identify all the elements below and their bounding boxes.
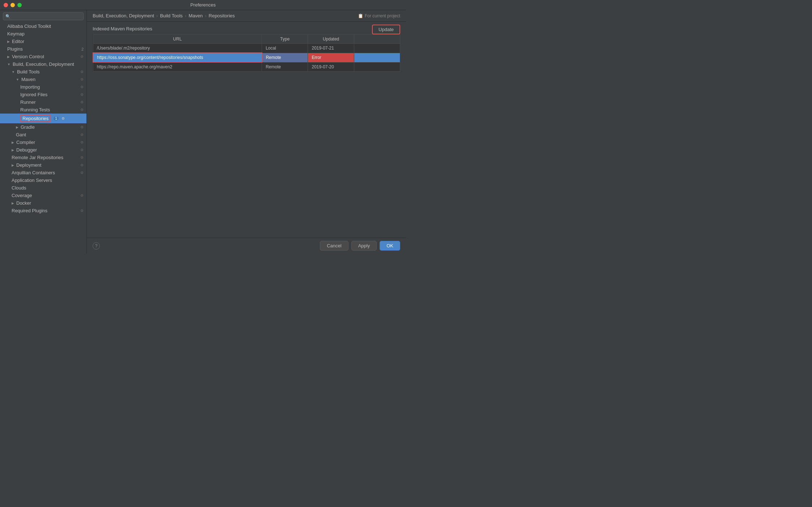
update-button[interactable]: Update	[372, 25, 400, 34]
sidebar-item-required-plugins[interactable]: Required Plugins ⚙	[0, 207, 86, 214]
sidebar-item-app-servers[interactable]: Application Servers	[0, 176, 86, 184]
gear-icon: ⚙	[80, 55, 84, 59]
gear-icon: ⚙	[80, 171, 84, 175]
repo-extra	[354, 62, 400, 72]
breadcrumb-part1: Build, Execution, Deployment	[93, 13, 154, 18]
gear-icon: ⚙	[80, 125, 84, 129]
plugins-badge: 2	[81, 47, 84, 51]
repo-type: Local	[262, 44, 308, 53]
for-current-project: 📋 For current project	[358, 13, 400, 18]
gear-icon: ⚙	[80, 163, 84, 167]
gear-icon: ⚙	[80, 93, 84, 97]
sidebar-item-maven[interactable]: ▼ Maven ⚙	[0, 76, 86, 83]
search-input[interactable]	[12, 14, 81, 19]
maximize-button[interactable]	[17, 3, 22, 7]
expand-icon: ▶	[12, 141, 14, 144]
gear-icon: ⚙	[80, 193, 84, 197]
breadcrumb-part3: Maven	[189, 13, 203, 18]
expand-icon: ▶	[7, 40, 10, 43]
repo-extra	[354, 53, 400, 62]
sidebar-item-remote-jar[interactable]: Remote Jar Repositories ⚙	[0, 154, 86, 161]
sidebar-item-build-exec-deploy[interactable]: ▼ Build, Execution, Deployment	[0, 60, 86, 68]
title-bar: Preferences	[0, 0, 406, 10]
col-extra	[354, 35, 400, 44]
window-controls[interactable]	[4, 3, 22, 7]
cancel-button[interactable]: Cancel	[320, 241, 348, 251]
table-row[interactable]: https://repo.maven.apache.org/maven2 Rem…	[93, 62, 400, 72]
sidebar-item-deployment[interactable]: ▶ Deployment ⚙	[0, 161, 86, 169]
sidebar-item-editor[interactable]: ▶ Editor	[0, 38, 86, 45]
col-updated: Updated	[308, 35, 354, 44]
sidebar-item-repositories[interactable]: Repositories 1 ⚙	[0, 114, 86, 123]
repo-url: https://oss.sonatype.org/content/reposit…	[93, 53, 262, 62]
expand-icon: ▶	[12, 163, 14, 167]
close-button[interactable]	[4, 3, 8, 7]
col-type: Type	[262, 35, 308, 44]
sidebar-item-compiler[interactable]: ▶ Compiler ⚙	[0, 139, 86, 146]
repo-url: https://repo.maven.apache.org/maven2	[93, 62, 262, 72]
bottom-bar: ? Cancel Apply OK	[87, 238, 406, 254]
expand-icon: ▼	[12, 70, 15, 74]
expand-icon: ▶	[12, 201, 14, 205]
repo-type: Remote	[262, 53, 308, 62]
repo-url: /Users/blade/.m2/repository	[93, 44, 262, 53]
ok-button[interactable]: OK	[380, 241, 400, 251]
expand-icon: ▼	[16, 78, 19, 81]
sidebar-item-build-tools[interactable]: ▼ Build Tools ⚙	[0, 68, 86, 76]
minimize-button[interactable]	[10, 3, 15, 7]
gear-icon: ⚙	[80, 108, 84, 112]
repo-type: Remote	[262, 62, 308, 72]
sidebar-item-plugins[interactable]: Plugins 2	[0, 45, 86, 53]
gear-icon: ⚙	[80, 209, 84, 213]
sidebar-item-running-tests[interactable]: Running Tests ⚙	[0, 106, 86, 114]
sidebar-item-debugger[interactable]: ▶ Debugger ⚙	[0, 146, 86, 154]
sidebar-item-clouds[interactable]: Clouds	[0, 184, 86, 192]
repo-updated: Error	[308, 53, 354, 62]
breadcrumb-part4: Repositories	[209, 13, 235, 18]
help-button[interactable]: ?	[93, 242, 100, 250]
expand-icon: ▼	[7, 63, 10, 66]
breadcrumb: Build, Execution, Deployment › Build Too…	[87, 10, 406, 22]
gear-icon: ⚙	[80, 77, 84, 81]
gear-icon: ⚙	[80, 70, 84, 74]
sidebar-item-arquillian[interactable]: Arquillian Containers ⚙	[0, 169, 86, 176]
col-url: URL	[93, 35, 262, 44]
gear-icon: ⚙	[80, 148, 84, 152]
sidebar: 🔍 Alibaba Cloud Toolkit Keymap ▶ Editor …	[0, 10, 87, 254]
sidebar-item-coverage[interactable]: Coverage ⚙	[0, 192, 86, 199]
sidebar-item-runner[interactable]: Runner ⚙	[0, 98, 86, 106]
sidebar-item-alibaba[interactable]: Alibaba Cloud Toolkit	[0, 22, 86, 30]
repositories-badge: 1	[54, 116, 59, 120]
sidebar-item-ignored-files[interactable]: Ignored Files ⚙	[0, 91, 86, 98]
gear-icon: ⚙	[80, 133, 84, 137]
section-title: Indexed Maven Repositories	[93, 26, 400, 31]
gear-icon: ⚙	[62, 116, 65, 120]
breadcrumb-sep2: ›	[185, 13, 186, 18]
repo-updated: 2019-07-21	[308, 44, 354, 53]
breadcrumb-sep3: ›	[205, 13, 206, 18]
repo-area: Indexed Maven Repositories Update URL Ty…	[87, 22, 406, 238]
search-icon: 🔍	[5, 14, 10, 19]
repositories-table: URL Type Updated /Users/blade/.m2/reposi…	[93, 34, 400, 72]
window-title: Preferences	[190, 2, 216, 8]
main-layout: 🔍 Alibaba Cloud Toolkit Keymap ▶ Editor …	[0, 10, 406, 254]
search-box[interactable]: 🔍	[3, 12, 84, 20]
sidebar-item-keymap[interactable]: Keymap	[0, 30, 86, 38]
table-row[interactable]: /Users/blade/.m2/repository Local 2019-0…	[93, 44, 400, 53]
sidebar-item-docker[interactable]: ▶ Docker	[0, 199, 86, 207]
sidebar-item-gradle[interactable]: ▶ Gradle ⚙	[0, 123, 86, 131]
breadcrumb-sep1: ›	[156, 13, 158, 18]
repo-extra	[354, 44, 400, 53]
sidebar-item-version-control[interactable]: ▶ Version Control ⚙	[0, 53, 86, 60]
project-icon: 📋	[358, 13, 363, 18]
sidebar-item-gant[interactable]: Gant ⚙	[0, 131, 86, 139]
apply-button[interactable]: Apply	[351, 241, 377, 251]
expand-icon: ▶	[7, 55, 10, 59]
repositories-label: Repositories	[20, 115, 51, 122]
gear-icon: ⚙	[80, 140, 84, 144]
table-row[interactable]: https://oss.sonatype.org/content/reposit…	[93, 53, 400, 62]
gear-icon: ⚙	[80, 155, 84, 159]
expand-icon: ▶	[16, 125, 18, 129]
sidebar-item-importing[interactable]: Importing ⚙	[0, 83, 86, 91]
expand-icon: ▶	[12, 148, 14, 152]
